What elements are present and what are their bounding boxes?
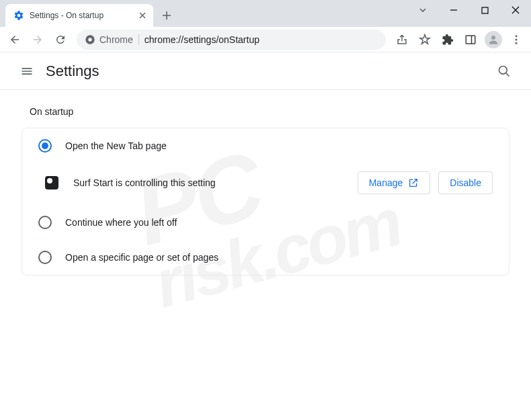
settings-content: On startup Open the New Tab page Surf St… <box>0 90 531 292</box>
side-panel-icon[interactable] <box>460 29 481 50</box>
browser-tab[interactable]: Settings - On startup <box>5 4 153 27</box>
extensions-icon[interactable] <box>437 29 458 50</box>
manage-button[interactable]: Manage <box>358 171 431 194</box>
bookmark-icon[interactable] <box>414 29 436 50</box>
page-title: Settings <box>46 62 99 80</box>
browser-toolbar: Chrome chrome://settings/onStartup <box>0 27 531 52</box>
settings-gear-icon <box>13 10 24 21</box>
svg-point-8 <box>499 66 507 74</box>
back-button[interactable] <box>4 29 26 50</box>
minimize-button[interactable] <box>438 0 469 20</box>
new-tab-button[interactable] <box>157 6 176 25</box>
forward-button[interactable] <box>27 29 48 50</box>
option-new-tab[interactable]: Open the New Tab page <box>22 128 509 163</box>
svg-point-6 <box>516 38 518 40</box>
avatar-icon <box>485 31 502 48</box>
radio-icon <box>38 251 52 264</box>
svg-point-2 <box>88 38 91 41</box>
site-label: Chrome <box>99 34 133 45</box>
maximize-button[interactable] <box>469 0 500 20</box>
omnibox-divider <box>138 34 139 45</box>
tab-title: Settings - On startup <box>30 11 132 20</box>
option-continue[interactable]: Continue where you left off <box>22 205 509 240</box>
option-specific-pages[interactable]: Open a specific page or set of pages <box>22 240 509 275</box>
extension-icon <box>45 176 58 190</box>
window-controls <box>407 0 531 20</box>
tab-strip: Settings - On startup <box>0 0 531 27</box>
search-settings-button[interactable] <box>491 58 518 85</box>
extension-notice-text: Surf Start is controlling this setting <box>73 177 350 188</box>
option-label: Open a specific page or set of pages <box>65 252 493 263</box>
tab-search-icon[interactable] <box>407 0 438 20</box>
svg-rect-0 <box>482 7 488 13</box>
startup-options-card: Open the New Tab page Surf Start is cont… <box>22 128 509 276</box>
svg-point-4 <box>491 36 495 40</box>
menu-icon[interactable] <box>505 29 527 50</box>
section-title: On startup <box>30 106 509 117</box>
profile-button[interactable] <box>483 29 504 50</box>
settings-header: Settings <box>0 52 531 90</box>
url-text: chrome://settings/onStartup <box>145 34 259 45</box>
svg-point-7 <box>516 42 518 44</box>
share-icon[interactable] <box>391 29 413 50</box>
close-window-button[interactable] <box>500 0 531 20</box>
radio-icon <box>38 216 52 229</box>
hamburger-menu-button[interactable] <box>13 58 40 85</box>
svg-point-5 <box>516 35 518 37</box>
extension-notice-row: Surf Start is controlling this setting M… <box>22 163 509 205</box>
address-bar[interactable]: Chrome chrome://settings/onStartup <box>77 30 386 50</box>
option-label: Continue where you left off <box>65 217 493 228</box>
external-link-icon <box>408 177 419 188</box>
reload-button[interactable] <box>50 29 71 50</box>
radio-icon <box>38 139 52 153</box>
option-label: Open the New Tab page <box>65 140 493 151</box>
close-tab-icon[interactable] <box>137 10 148 21</box>
chrome-icon <box>85 34 95 45</box>
disable-button[interactable]: Disable <box>438 171 493 194</box>
svg-rect-3 <box>466 36 475 44</box>
